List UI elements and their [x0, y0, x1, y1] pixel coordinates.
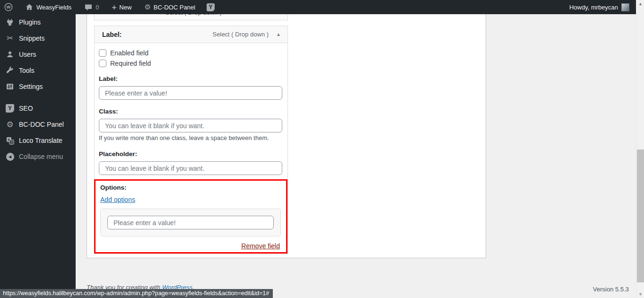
option-value-input[interactable]: [107, 216, 274, 229]
sidebar-item-seo[interactable]: Y SEO: [0, 100, 76, 116]
required-field-checkbox[interactable]: [99, 60, 106, 67]
placeholder-input[interactable]: [99, 161, 282, 175]
gear-icon: ⚙: [5, 120, 15, 129]
collapsed-field-panel[interactable]: Select ( Drop down ): [94, 14, 288, 20]
enabled-field-checkbox[interactable]: [99, 49, 106, 57]
sidebar-label: Loco Translate: [19, 137, 62, 144]
admin-content-area: Select ( Drop down ) Label: Select ( Dro…: [76, 14, 636, 298]
scrollbar-thumb[interactable]: [637, 149, 644, 282]
option-item-panel: [100, 209, 281, 237]
fields-editor-card: Select ( Drop down ) Label: Select ( Dro…: [87, 14, 486, 258]
collapse-menu-button[interactable]: ◀ Collapse menu: [0, 149, 76, 165]
bcdoc-panel-menu[interactable]: ⚙ BC-DOC Panel: [140, 0, 200, 14]
admin-sidebar: Plugins ✂ Snippets Users Tools Settings …: [0, 14, 76, 298]
add-options-link[interactable]: Add options: [100, 196, 135, 203]
label-field-label: Label:: [99, 75, 282, 82]
site-name: WeasyFields: [36, 4, 71, 11]
scroll-up-arrow[interactable]: ▲: [636, 0, 644, 8]
translate-icon: A: [5, 136, 15, 145]
yoast-seo-menu[interactable]: Y: [202, 0, 219, 14]
comment-bubble-icon: [84, 3, 93, 11]
placeholder-field-label: Placeholder:: [99, 150, 282, 158]
howdy-text: Howdy, mrbeycan: [569, 4, 618, 11]
vertical-scrollbar[interactable]: ▲ ▼: [636, 0, 644, 298]
checkbox-label: Required field: [110, 60, 151, 67]
new-content-menu[interactable]: + New: [107, 0, 136, 14]
sidebar-item-loco-translate[interactable]: A Loco Translate: [0, 132, 76, 149]
gear-icon: ⚙: [144, 4, 150, 11]
collapse-arrow-icon: ◀: [5, 152, 15, 161]
avatar: [621, 3, 629, 11]
yoast-seo-icon: Y: [5, 104, 15, 113]
sidebar-label: BC-DOC Panel: [19, 121, 64, 128]
class-field-label: Class:: [99, 108, 282, 115]
options-highlighted-section: Options: Add options Remove field: [94, 179, 287, 254]
class-help-text: If you write more than one class, leave …: [99, 134, 282, 141]
required-field-checkbox-row[interactable]: Required field: [99, 60, 282, 67]
wordpress-logo-icon: W: [4, 3, 13, 11]
account-menu[interactable]: Howdy, mrbeycan: [566, 0, 632, 14]
new-label: New: [119, 4, 131, 11]
user-icon: [5, 50, 15, 59]
sidebar-item-plugins[interactable]: Plugins: [0, 14, 76, 30]
field-panel-body: Enabled field Required field Label: Clas…: [95, 43, 287, 254]
svg-text:W: W: [7, 5, 11, 9]
sidebar-label: Tools: [19, 67, 35, 74]
plus-icon: +: [112, 3, 116, 11]
checkbox-label: Enabled field: [110, 49, 148, 57]
sidebar-item-settings[interactable]: Settings: [0, 79, 76, 95]
sliders-icon: [5, 82, 15, 91]
remove-field-link[interactable]: Remove field: [241, 242, 280, 250]
sidebar-separator: [0, 95, 76, 100]
wp-logo-menu[interactable]: W: [0, 0, 17, 14]
collapsed-panel-remnant: Select ( Drop down ): [165, 14, 222, 16]
sidebar-label: Collapse menu: [19, 153, 63, 160]
label-input[interactable]: [99, 86, 282, 100]
field-panel: Label: Select ( Drop down ) ▲ Enabled fi…: [94, 26, 288, 254]
sidebar-label: SEO: [19, 105, 33, 112]
sidebar-label: Snippets: [19, 35, 44, 42]
version-text: Version 5.5.3: [593, 286, 629, 293]
sidebar-item-bcdoc-panel[interactable]: ⚙ BC-DOC Panel: [0, 116, 76, 132]
scissors-icon: ✂: [5, 34, 15, 43]
sidebar-item-users[interactable]: Users: [0, 46, 76, 62]
scroll-down-arrow[interactable]: ▼: [636, 290, 644, 298]
field-panel-header[interactable]: Label: Select ( Drop down ) ▲: [95, 26, 287, 43]
comments-menu[interactable]: 0: [80, 0, 103, 14]
admin-bar: W WeasyFields 0 + New ⚙ BC-DOC Panel Y H…: [0, 0, 636, 14]
plug-icon: [5, 18, 15, 27]
chevron-up-icon[interactable]: ▲: [276, 32, 281, 37]
sidebar-label: Settings: [19, 83, 43, 90]
class-input[interactable]: [99, 119, 282, 132]
bcdoc-label: BC-DOC Panel: [154, 4, 195, 11]
link-url-statusbar: https://weasyfields.halilbeycan.com/wp-a…: [0, 289, 273, 298]
options-label: Options:: [100, 184, 281, 191]
site-menu[interactable]: WeasyFields: [21, 0, 76, 14]
wrench-icon: [5, 66, 15, 75]
field-type-text: Select ( Drop down ): [213, 31, 269, 38]
comments-count: 0: [96, 4, 99, 11]
sidebar-item-snippets[interactable]: ✂ Snippets: [0, 30, 76, 46]
sidebar-label: Users: [19, 51, 36, 58]
sidebar-item-tools[interactable]: Tools: [0, 62, 76, 79]
enabled-field-checkbox-row[interactable]: Enabled field: [99, 49, 282, 57]
home-icon: [25, 3, 34, 11]
sidebar-label: Plugins: [19, 18, 41, 26]
field-panel-title: Label:: [102, 31, 122, 38]
yoast-seo-icon: Y: [207, 3, 215, 11]
